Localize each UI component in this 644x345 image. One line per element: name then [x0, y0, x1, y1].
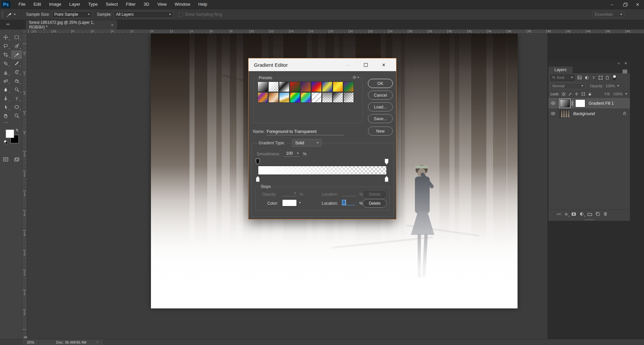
dialog-minimize-icon[interactable]: –: [343, 58, 352, 71]
menu-type[interactable]: Type: [84, 0, 102, 9]
gradient-name-input[interactable]: Foreground to Transparent: [267, 128, 344, 135]
lock-all-icon[interactable]: [588, 92, 592, 96]
horizontal-ruler[interactable]: 1210864202468101214161820222426283032343…: [27, 30, 644, 34]
pen-tool[interactable]: [0, 94, 11, 103]
opacity-stop-left[interactable]: [256, 158, 260, 165]
menu-filter[interactable]: Filter: [122, 0, 140, 9]
filter-smart-objects-icon[interactable]: [605, 76, 609, 80]
lock-position-icon[interactable]: [575, 92, 579, 96]
document-size-field[interactable]: Doc: 36.4M/36.4M: [39, 339, 104, 345]
dialog-close-icon[interactable]: ✕: [379, 58, 388, 71]
location-input[interactable]: 0: [342, 199, 355, 205]
chevron-down-icon[interactable]: [299, 202, 301, 203]
layer-name[interactable]: Background: [573, 111, 595, 116]
eyedropper-tool-preview[interactable]: [4, 12, 18, 17]
quick-mask-button[interactable]: [0, 155, 11, 164]
save-button[interactable]: Save...: [368, 114, 393, 123]
layer-mask-thumbnail[interactable]: [575, 99, 585, 107]
gradient-type-select[interactable]: Solid: [292, 139, 322, 147]
gradient-preset-16[interactable]: [322, 92, 332, 103]
gradient-preset-5[interactable]: [301, 82, 311, 92]
dodge-tool[interactable]: [11, 85, 22, 94]
vertical-ruler[interactable]: 024681 01 21 41 61 82 02 22 42 6: [22, 34, 27, 339]
gradient-preset-8[interactable]: [333, 82, 343, 92]
filter-pixel-layers-icon[interactable]: [577, 76, 582, 80]
healing-brush-tool[interactable]: [0, 59, 11, 68]
options-bar-grip[interactable]: [1, 11, 4, 18]
gradient-preset-13[interactable]: [290, 92, 300, 103]
status-expand-icon[interactable]: ›: [97, 339, 98, 345]
tab-layers[interactable]: Layers: [548, 66, 573, 73]
filter-kind-select[interactable]: Kind: [550, 75, 575, 81]
default-colors-icon[interactable]: [4, 140, 8, 144]
gradient-preset-14[interactable]: [301, 92, 311, 103]
move-tool[interactable]: [0, 33, 11, 42]
screen-mode-button[interactable]: [11, 155, 22, 164]
panel-resize-grip[interactable]: [548, 218, 630, 221]
menu-view[interactable]: View: [153, 0, 171, 9]
scrollbar-thumb[interactable]: [24, 336, 27, 338]
sample-size-select[interactable]: Point Sample: [52, 11, 92, 18]
gradient-preset-4[interactable]: [290, 82, 300, 92]
gradient-preset-2[interactable]: [268, 82, 279, 92]
opacity-value[interactable]: 100%: [605, 84, 615, 88]
menu-layer[interactable]: Layer: [65, 0, 85, 9]
stop-color-swatch[interactable]: [282, 199, 297, 206]
gradient-preset-1[interactable]: [258, 82, 268, 92]
ok-button[interactable]: OK: [368, 79, 393, 88]
type-tool[interactable]: T: [11, 94, 22, 103]
new-layer-icon[interactable]: [596, 212, 600, 216]
window-close-icon[interactable]: ✕: [631, 0, 644, 9]
eyedropper-tool[interactable]: [11, 50, 22, 59]
document-tab[interactable]: forest-1851472.jpg @ 25% (Layer 1, RGB/8…: [26, 20, 117, 30]
visibility-eye-icon[interactable]: [548, 108, 558, 119]
delete-layer-icon[interactable]: [603, 212, 607, 216]
delete-color-stop-button[interactable]: Delete: [363, 199, 387, 208]
filter-toggle[interactable]: [613, 75, 616, 80]
gradient-preset-17[interactable]: [333, 92, 343, 103]
menu-help[interactable]: Help: [194, 0, 211, 9]
dialog-maximize-icon[interactable]: [361, 58, 370, 71]
menu-3d[interactable]: 3D: [140, 0, 153, 9]
filter-shape-layers-icon[interactable]: [598, 76, 603, 80]
window-restore-icon[interactable]: [619, 0, 631, 9]
new-group-icon[interactable]: [587, 212, 592, 216]
eraser-tool[interactable]: [0, 77, 11, 85]
background-thumbnail[interactable]: [560, 110, 570, 118]
add-layer-mask-icon[interactable]: [571, 212, 576, 216]
cancel-button[interactable]: Cancel: [368, 91, 393, 100]
layer-name[interactable]: Gradient Fill 1: [589, 101, 614, 106]
marquee-tool[interactable]: [11, 33, 22, 42]
panel-menu-icon[interactable]: [623, 70, 627, 73]
gradient-preset-7[interactable]: [322, 82, 332, 92]
gradient-fill-thumbnail[interactable]: [560, 99, 570, 107]
smoothness-input[interactable]: 100: [284, 151, 300, 157]
lasso-tool[interactable]: [0, 42, 11, 50]
gradient-preset-12[interactable]: [279, 92, 289, 103]
new-button[interactable]: New: [368, 127, 393, 136]
visibility-eye-icon[interactable]: [548, 98, 558, 108]
presets-menu-button[interactable]: [351, 75, 360, 80]
link-layers-icon[interactable]: [556, 212, 561, 216]
gradient-preset-18[interactable]: [343, 92, 354, 103]
lock-artboard-icon[interactable]: [581, 92, 585, 96]
filter-adjustment-layers-icon[interactable]: [585, 76, 589, 80]
load-button[interactable]: Load...: [368, 102, 393, 111]
collapse-panel-icon[interactable]: «: [618, 61, 620, 65]
layer-mask-link-icon[interactable]: [571, 101, 574, 106]
workspace-select[interactable]: Essentials: [592, 11, 625, 18]
show-sampling-ring-checkbox[interactable]: [179, 12, 183, 16]
layer-row-background[interactable]: Background: [548, 108, 630, 119]
opacity-stop-right[interactable]: [384, 158, 389, 165]
blur-tool[interactable]: [0, 85, 11, 94]
menu-edit[interactable]: Edit: [30, 0, 45, 9]
dialog-title-bar[interactable]: Gradient Editor: [249, 58, 396, 71]
blend-mode-select[interactable]: Normal: [550, 83, 585, 89]
adjustment-layer-icon[interactable]: [580, 212, 584, 216]
fill-value[interactable]: 100%: [613, 92, 623, 96]
gradient-preset-6[interactable]: [311, 82, 322, 92]
lock-image-icon[interactable]: [568, 92, 572, 96]
swap-colors-icon[interactable]: ⇄: [15, 129, 19, 131]
menu-select[interactable]: Select: [102, 0, 122, 9]
filter-type-layers-icon[interactable]: T: [592, 76, 596, 80]
